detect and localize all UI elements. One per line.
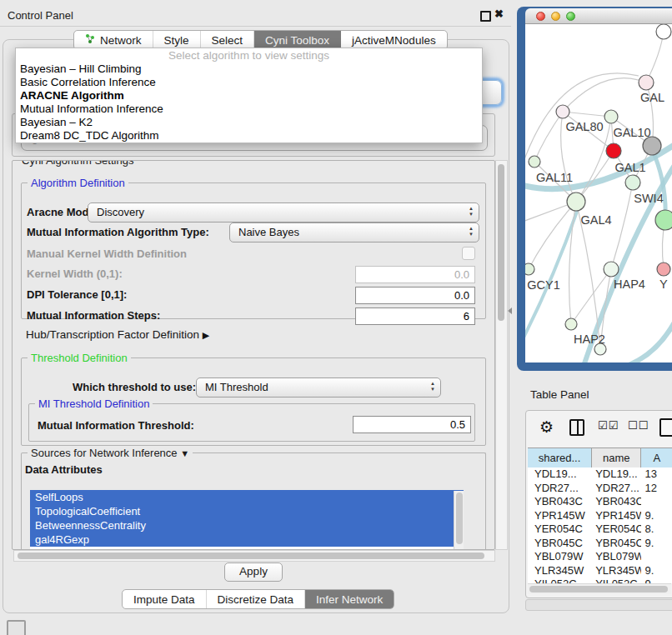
tab-label: Infer Network — [316, 593, 383, 606]
network-node-gal11[interactable] — [529, 156, 540, 168]
network-node-hap4[interactable] — [604, 262, 619, 277]
algorithm-option-bayesian-k2[interactable]: Bayesian – K2 — [16, 116, 482, 129]
network-window-titlebar[interactable] — [525, 8, 672, 24]
tab-network[interactable]: Network — [74, 31, 153, 49]
tab-cyni-toolbox[interactable]: Cyni Toolbox — [254, 31, 341, 49]
table-cell: 9. — [641, 564, 672, 578]
tab-label: Impute Data — [133, 593, 195, 606]
table-row[interactable]: YDR27...YDR27...12 — [528, 482, 672, 496]
tab-jactivemnodules[interactable]: jActiveMNodules — [341, 31, 447, 49]
network-edge — [563, 78, 646, 112]
table-row[interactable]: YER054CYER054C8. — [528, 522, 672, 537]
float-panel-icon[interactable] — [480, 11, 491, 22]
tab-style[interactable]: Style — [153, 31, 201, 49]
column-header-a[interactable]: A — [641, 448, 672, 468]
splitter-collapse-icon[interactable] — [508, 308, 512, 314]
algorithm-option-aracne-algorithm[interactable]: ARACNE Algorithm — [16, 89, 482, 102]
column-header-shared-[interactable]: shared... — [528, 448, 592, 468]
mi-threshold-field[interactable]: 0.5 — [353, 416, 471, 433]
node-label-gal1: GAL1 — [614, 161, 645, 174]
table-cell: 13 — [641, 468, 672, 482]
close-window-icon[interactable] — [536, 12, 545, 21]
tab-discretize-data[interactable]: Discretize Data — [207, 590, 306, 608]
network-node-gal80[interactable] — [556, 105, 569, 118]
network-node-gal10[interactable] — [604, 110, 618, 123]
table-cell: YBR043C — [528, 495, 592, 509]
table-cell: 9. — [641, 509, 672, 523]
network-node-gal4[interactable] — [567, 192, 585, 211]
which-threshold-combo[interactable]: MI Threshold ▲▼ — [196, 378, 441, 398]
tab-impute-data[interactable]: Impute Data — [123, 590, 207, 608]
network-node[interactable] — [656, 24, 671, 39]
attribute-item-selfloops[interactable]: SelfLoops — [30, 490, 464, 504]
minimize-window-icon[interactable] — [551, 12, 560, 21]
network-node-swi4[interactable] — [625, 175, 640, 190]
table-row[interactable]: YLR345WYLR345W9. — [528, 564, 672, 578]
data-attributes-list[interactable]: SelfLoopsTopologicalCoefficientBetweenne… — [30, 490, 464, 550]
scrollbar-thumb[interactable] — [456, 492, 463, 544]
network-node[interactable] — [655, 210, 672, 230]
table-row[interactable]: YBR043CYBR043C — [528, 495, 672, 509]
network-node[interactable] — [643, 137, 661, 155]
mi-type-combo[interactable]: Naive Bayes ▲▼ — [229, 222, 479, 242]
table-horizontal-scrollbar[interactable] — [528, 583, 671, 594]
table-row[interactable]: YPR145WYPR145W9. — [528, 509, 672, 523]
algorithm-option-basic-correlation-inference[interactable]: Basic Correlation Inference — [16, 76, 482, 89]
scrollbar-thumb[interactable] — [529, 586, 668, 592]
scrollbar-thumb[interactable] — [18, 552, 484, 559]
split-columns-icon[interactable] — [569, 419, 584, 436]
tab-infer-network[interactable]: Infer Network — [305, 590, 394, 608]
network-node-gcy1[interactable] — [525, 263, 534, 275]
select-all-checkboxes-icon[interactable]: ☑☑ — [598, 419, 619, 432]
tab-label: Network — [100, 34, 142, 47]
attributes-scrollbar[interactable] — [454, 491, 464, 549]
mi-steps-field[interactable]: 6 — [355, 308, 475, 325]
close-panel-icon[interactable]: ✖ — [494, 8, 504, 20]
node-label-hap4: HAP4 — [614, 278, 645, 291]
tab-select[interactable]: Select — [201, 31, 255, 49]
network-canvas[interactable]: GALGAL80GAL10GAL1GAL11SWI4GAL4GCY1HAP4YH… — [525, 24, 672, 362]
network-node-hap2[interactable] — [565, 318, 577, 330]
kernel-width-field[interactable]: 0.0 — [355, 266, 475, 283]
tab-label: Discretize Data — [218, 593, 294, 606]
table-row[interactable]: YBL079WYBL079W — [528, 550, 672, 564]
minimized-panel-icon[interactable] — [7, 620, 26, 635]
new-table-icon[interactable] — [659, 418, 672, 437]
aracne-mode-value: Discovery — [97, 206, 144, 218]
expand-down-icon[interactable]: ▼ — [180, 448, 189, 458]
manual-kernel-checkbox[interactable] — [462, 247, 475, 260]
scrollbar-thumb[interactable] — [498, 164, 504, 321]
network-node-y[interactable] — [657, 262, 670, 276]
node-label-gcy1: GCY1 — [527, 278, 560, 292]
table-panel: ⚙ ☑☑ ☐☐ shared...nameA YDL19...YDL19...1… — [525, 410, 672, 598]
aracne-mode-combo[interactable]: Discovery ▲▼ — [88, 202, 479, 222]
expand-right-icon: ▶ — [203, 330, 209, 340]
attribute-item-topologicalcoefficient[interactable]: TopologicalCoefficient — [30, 504, 464, 518]
zoom-window-icon[interactable] — [566, 12, 575, 21]
node-label-gal80: GAL80 — [565, 120, 603, 133]
deselect-all-checkboxes-icon[interactable]: ☐☐ — [628, 419, 649, 432]
threshold-definition-title: Threshold Definition — [28, 352, 131, 364]
attribute-item-betweennesscentrality[interactable]: BetweennessCentrality — [30, 518, 464, 532]
dpi-tolerance-field[interactable]: 0.0 — [355, 287, 475, 304]
table-cell: YPR145W — [592, 509, 641, 523]
tab-label: Cyni Toolbox — [265, 34, 329, 47]
table-cell: YIL052C — [528, 578, 592, 583]
network-node-gal[interactable] — [639, 75, 654, 90]
column-header-name[interactable]: name — [592, 448, 641, 468]
settings-horizontal-scrollbar[interactable] — [13, 550, 495, 562]
header-divider — [0, 26, 511, 27]
algorithm-option-dream8-dc-tdc-algorithm[interactable]: Dream8 DC_TDC Algorithm — [16, 129, 482, 142]
attribute-item-gal4rgexp[interactable]: gal4RGexp — [30, 532, 464, 547]
table-row[interactable]: YDL19...YDL19...13 — [528, 468, 672, 482]
combo-arrows-icon: ▲▼ — [469, 206, 474, 218]
table-row[interactable]: YBR045CYBR045C9. — [528, 537, 672, 551]
apply-button[interactable]: Apply — [224, 562, 283, 582]
table-row[interactable]: YIL052CYIL052C9 — [528, 578, 672, 583]
settings-vertical-scrollbar[interactable] — [495, 160, 508, 550]
hub-definition-toggle[interactable]: Hub/Transcription Factor Definition ▶ — [26, 328, 209, 341]
algorithm-option-mutual-information-inference[interactable]: Mutual Information Inference — [16, 102, 482, 116]
algorithm-option-bayesian-hill-climbing[interactable]: Bayesian – Hill Climbing — [16, 62, 482, 76]
network-node-gal1[interactable] — [606, 143, 621, 158]
gear-icon[interactable]: ⚙ — [539, 418, 554, 437]
